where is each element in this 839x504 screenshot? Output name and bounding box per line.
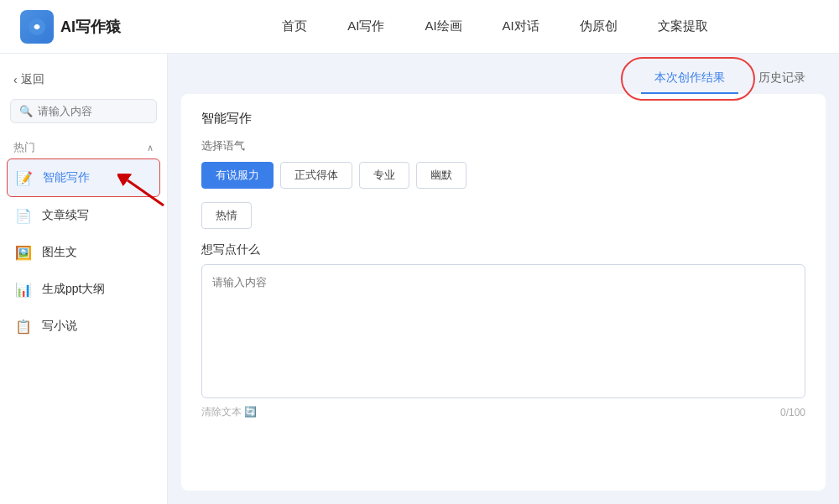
content-tabs: 本次创作结果 历史记录 (168, 54, 839, 94)
sidebar-item-label: 生成ppt大纲 (42, 282, 105, 297)
nav-copywriting[interactable]: 文案提取 (658, 15, 708, 38)
clear-button[interactable]: 清除文本 🔄 (201, 405, 257, 419)
sidebar-section-header: 热门 ∧ (0, 133, 167, 158)
continue-write-icon: 📄 (13, 205, 34, 226)
tone-formal[interactable]: 正式得体 (280, 162, 352, 189)
content-inner: 智能写作 选择语气 有说服力 正式得体 专业 幽默 热情 想写点什么 清除文本 … (181, 94, 826, 491)
textarea-container: 清除文本 🔄 0/100 (201, 264, 805, 419)
char-count: 0/100 (780, 407, 805, 418)
back-label: 返回 (21, 72, 44, 87)
smart-write-icon: 📝 (14, 168, 34, 188)
search-box[interactable]: 🔍 (10, 99, 157, 123)
sidebar-item-ppt-outline[interactable]: 📊 生成ppt大纲 (0, 271, 167, 308)
tab-history[interactable]: 历史记录 (745, 64, 819, 94)
nav-links: 首页 AI写作 AI绘画 AI对话 伪原创 文案提取 (171, 15, 819, 38)
svg-point-1 (34, 24, 39, 29)
back-button[interactable]: ‹ 返回 (0, 67, 167, 92)
write-textarea[interactable] (201, 264, 805, 398)
sidebar-item-write-novel[interactable]: 📋 写小说 (0, 308, 167, 345)
tone-label: 选择语气 (201, 138, 805, 153)
collapse-icon[interactable]: ∧ (147, 143, 154, 153)
tone-humorous[interactable]: 幽默 (416, 162, 466, 189)
ppt-outline-icon: 📊 (13, 279, 34, 299)
chevron-left-icon: ‹ (13, 73, 18, 86)
logo-area: AI写作猿 (20, 10, 171, 44)
logo-icon (20, 10, 54, 44)
top-nav: AI写作猿 首页 AI写作 AI绘画 AI对话 伪原创 文案提取 (0, 0, 839, 54)
logo-text: AI写作猿 (60, 17, 121, 37)
sidebar-item-label: 文章续写 (42, 208, 89, 223)
nav-home[interactable]: 首页 (282, 15, 307, 38)
sidebar-item-label: 图生文 (42, 245, 77, 260)
nav-ai-write[interactable]: AI写作 (347, 15, 384, 38)
section-title: 智能写作 (201, 111, 805, 127)
tone-persuasive[interactable]: 有说服力 (201, 162, 274, 189)
section-label: 热门 (13, 140, 35, 155)
image-to-text-icon: 🖼️ (13, 242, 34, 262)
tone-buttons: 有说服力 正式得体 专业 幽默 (201, 162, 805, 189)
sidebar-item-image-to-text[interactable]: 🖼️ 图生文 (0, 234, 167, 271)
content-area: 本次创作结果 历史记录 智能写作 选择语气 有说服力 正式得体 专业 幽默 热情… (168, 54, 839, 504)
sidebar: ‹ 返回 🔍 热门 ∧ 📝 智能写作 (0, 54, 168, 504)
tone-professional[interactable]: 专业 (359, 162, 409, 189)
nav-ai-draw[interactable]: AI绘画 (425, 15, 461, 38)
search-input[interactable] (38, 105, 148, 117)
sidebar-item-label: 写小说 (42, 319, 77, 334)
sidebar-item-label: 智能写作 (43, 170, 90, 185)
nav-paraphrase[interactable]: 伪原创 (580, 15, 618, 38)
tone-buttons-row2: 热情 (201, 202, 805, 229)
write-label: 想写点什么 (201, 242, 805, 257)
write-novel-icon: 📋 (13, 316, 34, 336)
nav-ai-chat[interactable]: AI对话 (503, 15, 539, 38)
textarea-footer: 清除文本 🔄 0/100 (201, 405, 805, 419)
tone-passionate[interactable]: 热情 (201, 202, 252, 229)
search-icon: 🔍 (19, 105, 33, 117)
tab-current-result[interactable]: 本次创作结果 (641, 64, 738, 94)
svg-line-3 (128, 180, 164, 205)
